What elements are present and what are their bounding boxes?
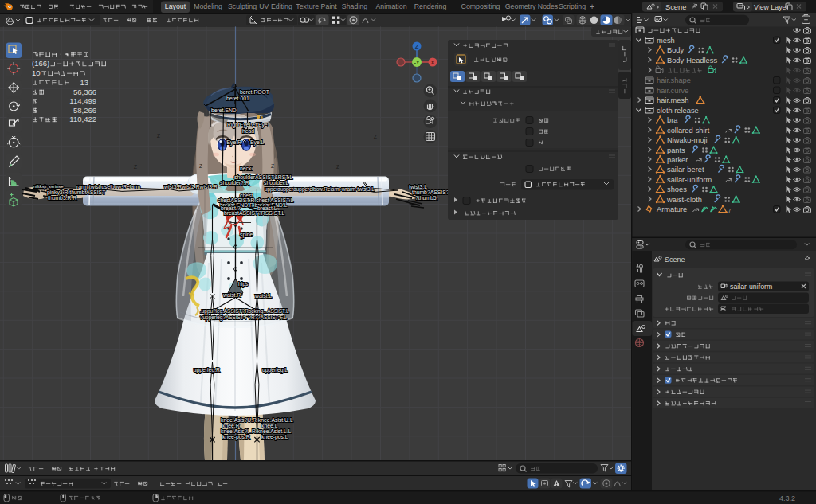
svg-text:7: 7 xyxy=(728,208,732,213)
svg-text:Body-Headless: Body-Headless xyxy=(667,57,717,64)
svg-text:110,422: 110,422 xyxy=(69,115,96,123)
svg-text:upperaupperaupperelbow.Relarm: upperaupperaupperelbow.Relarm wrarm twis… xyxy=(265,186,375,193)
svg-text:Scripting: Scripting xyxy=(559,2,586,10)
svg-text:View Layer: View Layer xyxy=(754,3,788,11)
svg-text:Z: Z xyxy=(415,43,419,50)
svg-text:Compositing: Compositing xyxy=(461,2,500,10)
svg-text:Z: Z xyxy=(336,164,339,170)
svg-text:58,266: 58,266 xyxy=(73,106,96,115)
svg-text:Shading: Shading xyxy=(342,2,367,10)
svg-text:Eye.L: Eye.L xyxy=(250,139,265,146)
svg-text:beret.001: beret.001 xyxy=(226,96,249,101)
svg-text:waist.R: waist.R xyxy=(222,292,241,298)
svg-text:beret.ROOT: beret.ROOT xyxy=(240,89,269,95)
svg-text:.uppu?leg.ASSIST?Rocking.. ASS: .uppu?leg.ASSIST?Rocking.. ASSIST.L xyxy=(200,308,289,315)
svg-text:beret.END: beret.END xyxy=(211,107,237,113)
svg-text:knee-pos.L: knee-pos.L xyxy=(261,434,288,440)
svg-text:knee-pos.R: knee-pos.R xyxy=(222,434,250,440)
svg-text:hair.shape: hair.shape xyxy=(657,76,691,84)
svg-text:hair.curve: hair.curve xyxy=(657,87,688,95)
svg-text:?thumb5.: ?thumb5. xyxy=(415,195,437,201)
svg-text:mesh: mesh xyxy=(657,37,675,45)
svg-text:collared-shirt: collared-shirt xyxy=(667,127,710,135)
svg-text:twist3.L: twist3.L xyxy=(409,184,427,189)
svg-text:wist3 Rwist2 Rwist3.R: wist3 Rwist2 Rwist3.R xyxy=(163,184,218,189)
svg-text:114,499: 114,499 xyxy=(69,96,96,105)
svg-text:neck: neck xyxy=(240,166,252,171)
svg-text:-Y: -Y xyxy=(414,60,420,65)
svg-text:thumb3.R R: thumb3.R R xyxy=(48,195,76,201)
svg-text:head: head xyxy=(242,128,254,134)
svg-text:Texture Paint: Texture Paint xyxy=(296,2,337,10)
svg-text:RightEyeLeftEye: RightEyeLeftEye xyxy=(227,122,268,128)
svg-text:Geometry Nodes: Geometry Nodes xyxy=(505,2,559,10)
svg-text:4.3.2: 4.3.2 xyxy=(779,494,795,502)
svg-text:knee.Asis?U.R knee.Asist.U.L: knee.Asis?U.R knee.Asist.U.L xyxy=(221,417,293,423)
svg-text:bra: bra xyxy=(667,116,678,124)
svg-text:waist.L: waist.L xyxy=(254,293,272,299)
svg-text:13: 13 xyxy=(80,78,88,87)
svg-text:pants: pants xyxy=(667,147,685,154)
svg-text:parker: parker xyxy=(667,156,688,164)
svg-text:Sculpting: Sculpting xyxy=(228,2,257,10)
svg-text:spine: spine xyxy=(240,232,253,238)
svg-text:breastASSIST?RSSIST.L: breastASSIST?RSSIST.L xyxy=(224,210,285,216)
svg-text:hips: hips xyxy=(238,281,249,287)
svg-text:Armature: Armature xyxy=(657,205,687,213)
svg-text:rarm twist uselbow Relarm: rarm twist uselbow Relarm xyxy=(76,184,140,189)
svg-text:Scene: Scene xyxy=(665,256,685,264)
svg-text:waist-cloth: waist-cloth xyxy=(666,196,702,204)
svg-text:hair.mesh: hair.mesh xyxy=(657,96,688,104)
svg-text:Niwako-moji: Niwako-moji xyxy=(667,136,708,144)
svg-text:knee.L: knee.L xyxy=(261,423,278,428)
svg-text:sailar-beret: sailar-beret xyxy=(667,166,704,174)
svg-text:X: X xyxy=(430,59,434,66)
svg-text:(166): (166) xyxy=(32,59,49,68)
svg-text:+: + xyxy=(590,2,594,11)
svg-text:upperleg.L: upperleg.L xyxy=(262,367,288,373)
svg-text:shoulder.L: shoulder.L xyxy=(264,180,289,186)
svg-text:Layout: Layout xyxy=(165,2,186,10)
svg-text:Body: Body xyxy=(667,46,685,54)
svg-text:Z: Z xyxy=(271,163,274,169)
svg-text:knee.Asis?L.R knee.Asist.L.L: knee.Asis?L.R knee.Asist.L.L xyxy=(221,428,292,434)
svg-text:niltksjr ssrinse: niltksjr ssrinse xyxy=(33,184,64,189)
svg-text:thumb?ASSIS?: thumb?ASSIS? xyxy=(412,189,449,195)
svg-text:Rendering: Rendering xyxy=(414,2,447,10)
svg-text:56,366: 56,366 xyxy=(73,88,96,96)
svg-text:Modeling: Modeling xyxy=(194,2,222,10)
svg-text:shoes: shoes xyxy=(667,186,687,193)
svg-text:UV Editing: UV Editing xyxy=(259,2,292,10)
svg-text:Eye.R: Eye.R xyxy=(226,139,241,146)
svg-text:sailar-uniform: sailar-uniform xyxy=(730,283,772,291)
svg-text:Scene: Scene xyxy=(665,3,686,11)
svg-text:cloth release: cloth release xyxy=(657,107,699,115)
svg-text:sailar-uniform: sailar-uniform xyxy=(667,176,712,184)
svg-text:Animation: Animation xyxy=(375,2,406,10)
svg-text:Z: Z xyxy=(157,133,160,139)
svg-text:knee.R: knee.R xyxy=(222,423,240,428)
svg-text:Z: Z xyxy=(374,134,377,139)
svg-text:upperleg.R: upperleg.R xyxy=(194,367,220,373)
svg-text:10: 10 xyxy=(32,68,41,77)
svg-text:?upperleg?ASSIST-F?R??ASSIST-F: ?upperleg?ASSIST-F?R??ASSIST-F.L xyxy=(200,315,287,321)
svg-text:Z: Z xyxy=(134,164,137,170)
svg-text:shoulder?.R: shoulder?.R xyxy=(220,180,249,186)
svg-text:Z: Z xyxy=(199,163,202,169)
